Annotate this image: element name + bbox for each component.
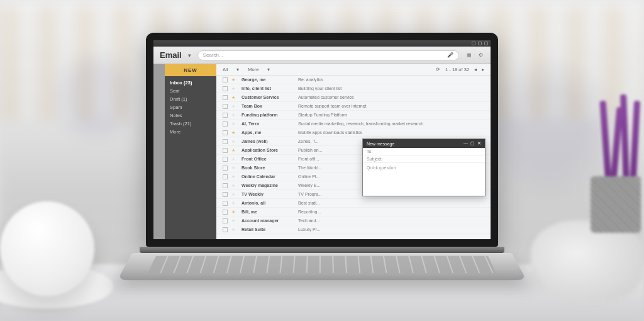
- star-icon[interactable]: ★: [231, 95, 238, 100]
- checkbox[interactable]: [223, 166, 228, 171]
- email-sender: Retail Suite: [242, 227, 298, 232]
- email-row[interactable]: ★Customer ServiceAutomated customer serv…: [216, 93, 491, 102]
- checkbox[interactable]: [223, 227, 228, 232]
- compose-close-icon[interactable]: ✕: [477, 141, 481, 146]
- star-icon[interactable]: ★: [231, 121, 238, 127]
- maximize-icon[interactable]: [478, 42, 482, 45]
- star-icon[interactable]: ★: [231, 157, 238, 162]
- email-row[interactable]: ★Account managerTech and...: [216, 217, 491, 225]
- mic-icon[interactable]: 🎤: [447, 52, 453, 58]
- search-input[interactable]: Search... 🎤: [197, 50, 459, 60]
- email-subject: Building your client list: [298, 86, 484, 91]
- star-icon[interactable]: ★: [231, 210, 238, 215]
- email-subject: Mobile apps downloads statistics: [298, 130, 484, 135]
- email-row[interactable]: ★Funding platformStartup Funding Platfor…: [216, 111, 491, 120]
- email-row[interactable]: ★Retail SuiteLuxury Pr...: [216, 225, 491, 234]
- minimize-icon[interactable]: [472, 42, 475, 45]
- refresh-icon[interactable]: ⟳: [436, 67, 440, 72]
- email-subject: Social media marketing, research, transf…: [298, 121, 484, 126]
- app-dropdown-icon[interactable]: ▾: [188, 52, 191, 59]
- checkbox[interactable]: [223, 210, 228, 215]
- sidebar-item-spam[interactable]: Spam: [165, 103, 216, 111]
- checkbox[interactable]: [223, 95, 228, 100]
- email-subject: Reporting...: [298, 210, 484, 214]
- compose-to-field[interactable]: To:: [363, 148, 485, 155]
- email-sender: Front Office: [242, 157, 298, 161]
- email-sender: Book Store: [242, 166, 298, 170]
- checkbox[interactable]: [223, 218, 228, 223]
- star-icon[interactable]: ★: [231, 77, 238, 82]
- star-icon[interactable]: ★: [231, 192, 238, 197]
- grid-icon[interactable]: ▦: [465, 52, 473, 59]
- sidebar-item-more[interactable]: More: [165, 128, 216, 136]
- star-icon[interactable]: ★: [231, 183, 238, 188]
- star-icon[interactable]: ★: [231, 166, 238, 171]
- checkbox[interactable]: [223, 148, 228, 153]
- star-icon[interactable]: ★: [231, 130, 238, 135]
- checkbox[interactable]: [223, 86, 228, 91]
- email-sender: Antonio, all: [242, 201, 298, 205]
- email-subject: Tech and...: [298, 218, 484, 223]
- email-sender: Online Calendar: [242, 174, 298, 179]
- sidebar-item-trash[interactable]: Trash (21): [165, 120, 216, 128]
- checkbox[interactable]: [223, 139, 228, 144]
- star-icon[interactable]: ★: [231, 139, 238, 144]
- compose-window: New message — ▢ ✕ To: Subject: Quick que…: [362, 138, 486, 196]
- email-row[interactable]: ★Team BoxRemote support team over Intern…: [216, 102, 491, 111]
- list-header: All ▾ More ▾ ⟳ 1 - 18 of 32 ◂ ▸: [216, 64, 491, 76]
- star-icon[interactable]: ★: [231, 218, 238, 223]
- email-row[interactable]: ★Antonio, allBest stati...: [216, 199, 491, 208]
- next-page-icon[interactable]: ▸: [482, 67, 484, 72]
- sidebar-item-sent[interactable]: Sent: [165, 87, 216, 95]
- checkbox[interactable]: [223, 104, 228, 109]
- checkbox[interactable]: [223, 174, 228, 179]
- left-rail: [153, 64, 165, 239]
- checkbox[interactable]: [223, 77, 228, 82]
- checkbox[interactable]: [223, 157, 228, 162]
- new-button[interactable]: NEW: [165, 64, 216, 76]
- gear-icon[interactable]: ⚙: [477, 52, 484, 59]
- email-row[interactable]: ★Info, client listBuilding your client l…: [216, 84, 491, 93]
- email-sender: Bill, me: [242, 210, 298, 214]
- star-icon[interactable]: ★: [231, 148, 238, 153]
- pencil-holder: [575, 94, 644, 233]
- checkbox[interactable]: [223, 183, 228, 188]
- email-subject: Luxury Pr...: [298, 227, 484, 232]
- checkbox[interactable]: [223, 121, 228, 127]
- checkbox[interactable]: [223, 113, 228, 118]
- sidebar-item-draft[interactable]: Draft (1): [165, 95, 216, 103]
- email-sender: Customer Service: [242, 95, 298, 99]
- sidebar-item-notes[interactable]: Notes: [165, 111, 216, 120]
- email-row[interactable]: ★Apps, meMobile apps downloads statistic…: [216, 128, 491, 137]
- email-sender: Info, client list: [242, 86, 298, 91]
- compose-subject-field[interactable]: Subject:: [363, 155, 485, 163]
- star-icon[interactable]: ★: [231, 174, 238, 179]
- laptop: Email ▾ Search... 🎤 ▦ ⚙ NEW Inbox (23) S…: [132, 33, 512, 297]
- prev-page-icon[interactable]: ◂: [474, 67, 477, 72]
- compose-header[interactable]: New message — ▢ ✕: [363, 139, 485, 148]
- compose-expand-icon[interactable]: ▢: [470, 141, 475, 146]
- checkbox[interactable]: [223, 201, 228, 206]
- email-app-window: Email ▾ Search... 🎤 ▦ ⚙ NEW Inbox (23) S…: [153, 40, 491, 239]
- star-icon[interactable]: ★: [231, 86, 238, 91]
- email-row[interactable]: ★Bill, meReporting...: [216, 208, 491, 217]
- email-sender: George, me: [242, 77, 298, 82]
- star-icon[interactable]: ★: [231, 113, 238, 118]
- star-icon[interactable]: ★: [231, 104, 238, 109]
- sidebar-item-inbox[interactable]: Inbox (23): [165, 79, 216, 87]
- laptop-hinge: [140, 247, 504, 253]
- close-icon[interactable]: [484, 42, 488, 45]
- checkbox[interactable]: [223, 130, 228, 135]
- star-icon[interactable]: ★: [231, 201, 238, 206]
- email-subject: Remote support team over Internet: [298, 104, 484, 108]
- compose-minimize-icon[interactable]: —: [464, 141, 468, 146]
- star-icon[interactable]: ★: [231, 227, 238, 232]
- filter-all[interactable]: All: [223, 67, 228, 72]
- checkbox[interactable]: [223, 192, 228, 197]
- coffee-cup: [0, 201, 94, 296]
- email-row[interactable]: ★Al, TerraSocial media marketing, resear…: [216, 120, 491, 128]
- filter-more[interactable]: More: [248, 67, 258, 72]
- email-row[interactable]: ★George, meRe: analytics: [216, 76, 491, 84]
- compose-body[interactable]: Quick question: [363, 163, 485, 196]
- email-sender: Account manager: [242, 218, 298, 223]
